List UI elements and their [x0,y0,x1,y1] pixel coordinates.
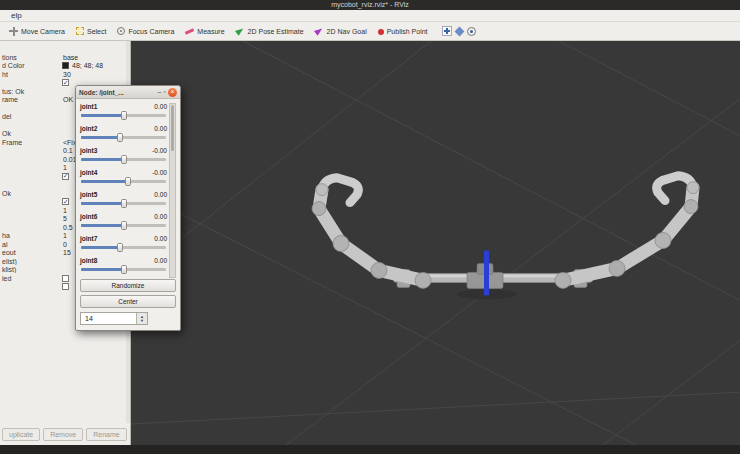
tool-label: 2D Nav Goal [327,28,367,35]
joint-value[interactable]: 0.00 [154,125,167,132]
joint-slider[interactable] [80,199,167,208]
joint-name: joint2 [80,125,97,132]
app-titlebar: mycobot_rviz.rviz* - RViz [0,0,740,10]
dialog-titlebar[interactable]: Node: /joint_... – ▫ × [76,86,180,99]
joint-value[interactable]: 0.00 [154,191,167,198]
property-checkbox[interactable] [62,173,69,180]
scrollbar-thumb[interactable] [171,105,174,151]
panel-button[interactable]: uplicate [2,428,40,441]
joint-row: joint7 0.00 [80,235,167,252]
joint-slider[interactable] [80,133,167,142]
property-value[interactable]: 0.1 [63,147,73,154]
slider-fill [81,180,129,183]
property-value[interactable]: 1 [63,164,67,171]
maximize-icon[interactable]: ▫ [164,87,166,97]
joint-row: joint4 -0.00 [80,169,167,186]
app-title: mycobot_rviz.rviz* - RViz [331,1,409,8]
property-row[interactable]: d Color 48; 48; 48 [0,62,130,71]
toolbar-tool-button[interactable]: Focus Camera [112,25,179,37]
property-row[interactable]: tions base [0,53,130,62]
joint-slider[interactable] [80,155,167,164]
diamond-icon[interactable] [454,27,464,37]
joint-name: joint4 [80,169,97,176]
slider-handle[interactable] [121,265,127,274]
property-value[interactable]: 0.5 [63,224,73,231]
joint-value[interactable]: 0.00 [154,103,167,110]
property-value[interactable]: 48; 48; 48 [72,62,103,69]
panel-buttons: uplicate Remove Rename [2,428,127,441]
eye-icon[interactable] [467,27,476,36]
close-icon[interactable]: × [168,88,177,97]
slider-handle[interactable] [117,243,123,252]
property-name: tus: Ok [2,88,62,95]
joint-slider[interactable] [80,243,167,252]
toolbar-tool-button[interactable]: Publish Point [373,26,433,37]
joint-slider[interactable] [80,177,167,186]
slider-handle[interactable] [121,111,127,120]
slider-fill [81,114,125,117]
property-name: rame [2,96,62,103]
joint-slider[interactable] [80,265,167,274]
property-value[interactable]: 1 [63,207,67,214]
joint-value[interactable]: -0.00 [152,169,167,176]
toolbar-tool-button[interactable]: 2D Pose Estimate [231,25,309,38]
joint-value[interactable]: 0.00 [154,235,167,242]
joint-slider[interactable] [80,221,167,230]
property-value[interactable]: 0 [63,241,67,248]
joint-value[interactable]: 0.00 [154,257,167,264]
add-tool-icon[interactable] [442,26,452,36]
joint-value[interactable]: 0.00 [154,213,167,220]
joint-slider[interactable] [80,111,167,120]
property-checkbox[interactable] [62,198,69,205]
tool-icon [117,27,125,35]
property-row[interactable]: ht 30 [0,70,130,79]
property-value[interactable]: 1 [63,232,67,239]
slider-fill [81,268,125,271]
property-checkbox[interactable] [62,283,69,290]
color-swatch[interactable] [62,62,69,69]
property-checkbox[interactable] [62,79,69,86]
slider-handle[interactable] [117,133,123,142]
slider-handle[interactable] [121,199,127,208]
joint-row: joint6 0.00 [80,213,167,230]
tf-z-axis-marker [484,250,489,295]
slider-handle[interactable] [121,221,127,230]
toolbar-tool-button[interactable]: 2D Nav Goal [310,25,372,38]
joint-name: joint3 [80,147,97,154]
panel-button[interactable]: Remove [43,428,83,441]
minimize-icon[interactable]: – [158,87,162,97]
property-name: Ok [2,130,62,137]
spin-down-icon[interactable]: ▼ [140,319,144,323]
property-value[interactable]: base [63,54,78,61]
dialog-scrollbar[interactable] [169,103,176,278]
randomize-button[interactable]: Randomize [80,279,176,292]
viewport-3d[interactable] [131,41,740,445]
slider-handle[interactable] [121,155,127,164]
property-value[interactable]: 30 [63,71,71,78]
dialog-title: Node: /joint_... [79,89,156,96]
panel-button[interactable]: Rename [86,428,126,441]
toolbar-extras [442,26,476,36]
property-value[interactable]: 5 [63,215,67,222]
toolbar-tool-button[interactable]: Measure [180,25,229,38]
property-name: del [2,113,62,120]
slider-handle[interactable] [125,177,131,186]
toolbar-tool-button[interactable]: Select [71,25,111,37]
spinbox-arrows[interactable]: ▲ ▼ [136,313,147,324]
property-name: ht [2,71,62,78]
render-canvas [131,41,740,445]
property-name: d Color [2,62,62,69]
joint-name: joint7 [80,235,97,242]
center-button[interactable]: Center [80,295,176,308]
tool-icon [236,27,245,36]
property-value[interactable]: 15 [63,249,71,256]
menu-help[interactable]: elp [8,10,25,21]
rate-spinbox[interactable]: 14 ▲ ▼ [80,312,148,325]
property-value[interactable]: OK [63,96,73,103]
property-name: led [2,275,62,282]
toolbar-tool-button[interactable]: Move Camera [4,25,70,38]
property-checkbox[interactable] [62,275,69,282]
joint-name: joint1 [80,103,97,110]
statusbar [0,445,740,454]
joint-value[interactable]: -0.00 [152,147,167,154]
